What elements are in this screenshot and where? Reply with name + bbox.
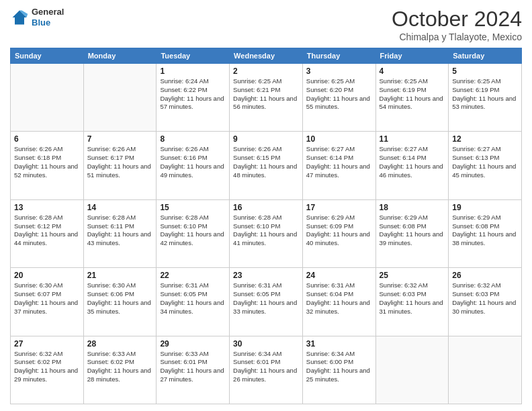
calendar-day-cell: 28Sunrise: 6:33 AM Sunset: 6:02 PM Dayli…: [83, 336, 157, 404]
day-number: 29: [160, 339, 226, 349]
calendar-day-cell: 18Sunrise: 6:29 AM Sunset: 6:08 PM Dayli…: [375, 199, 449, 267]
calendar-day-cell: 5Sunrise: 6:25 AM Sunset: 6:19 PM Daylig…: [449, 64, 522, 132]
title-block: October 2024 Chimalpa y Tlalayote, Mexic…: [392, 7, 522, 42]
calendar-day-cell: 21Sunrise: 6:30 AM Sunset: 6:06 PM Dayli…: [83, 268, 157, 336]
day-info: Sunrise: 6:27 AM Sunset: 6:14 PM Dayligh…: [380, 145, 445, 179]
day-info: Sunrise: 6:33 AM Sunset: 6:02 PM Dayligh…: [87, 350, 153, 384]
day-number: 25: [380, 271, 445, 280]
day-info: Sunrise: 6:28 AM Sunset: 6:12 PM Dayligh…: [14, 214, 80, 248]
day-number: 4: [380, 66, 445, 76]
calendar-day-cell: 15Sunrise: 6:28 AM Sunset: 6:10 PM Dayli…: [157, 199, 230, 267]
calendar-day-cell: [11, 64, 84, 132]
calendar-day-cell: 25Sunrise: 6:32 AM Sunset: 6:03 PM Dayli…: [375, 268, 449, 336]
calendar-weekday-header: Tuesday: [157, 48, 230, 64]
calendar-day-cell: 16Sunrise: 6:28 AM Sunset: 6:10 PM Dayli…: [230, 199, 303, 267]
day-info: Sunrise: 6:34 AM Sunset: 6:01 PM Dayligh…: [233, 350, 299, 384]
calendar-day-cell: 7Sunrise: 6:26 AM Sunset: 6:17 PM Daylig…: [83, 132, 157, 199]
day-number: 1: [160, 66, 226, 76]
day-info: Sunrise: 6:27 AM Sunset: 6:14 PM Dayligh…: [306, 145, 372, 179]
day-number: 9: [233, 134, 299, 144]
day-info: Sunrise: 6:26 AM Sunset: 6:17 PM Dayligh…: [87, 145, 153, 179]
day-info: Sunrise: 6:29 AM Sunset: 6:08 PM Dayligh…: [452, 214, 518, 248]
calendar-table: SundayMondayTuesdayWednesdayThursdayFrid…: [10, 48, 522, 404]
day-number: 11: [380, 134, 445, 144]
day-info: Sunrise: 6:26 AM Sunset: 6:16 PM Dayligh…: [160, 145, 226, 179]
logo-blue-text: Blue: [32, 17, 64, 28]
calendar-day-cell: 19Sunrise: 6:29 AM Sunset: 6:08 PM Dayli…: [449, 199, 522, 267]
logo-text: General Blue: [32, 7, 64, 28]
page: General Blue October 2024 Chimalpa y Tla…: [0, 0, 532, 411]
calendar-day-cell: 10Sunrise: 6:27 AM Sunset: 6:14 PM Dayli…: [302, 132, 375, 199]
calendar-day-cell: 17Sunrise: 6:29 AM Sunset: 6:09 PM Dayli…: [302, 199, 375, 267]
calendar-day-cell: 30Sunrise: 6:34 AM Sunset: 6:01 PM Dayli…: [230, 336, 303, 404]
day-number: 6: [14, 134, 80, 144]
calendar-day-cell: 26Sunrise: 6:32 AM Sunset: 6:03 PM Dayli…: [449, 268, 522, 336]
calendar-day-cell: [83, 64, 157, 132]
day-info: Sunrise: 6:31 AM Sunset: 6:05 PM Dayligh…: [160, 281, 226, 316]
day-number: 26: [452, 271, 518, 280]
calendar-day-cell: 9Sunrise: 6:26 AM Sunset: 6:15 PM Daylig…: [230, 132, 303, 199]
day-number: 5: [452, 66, 518, 76]
day-info: Sunrise: 6:25 AM Sunset: 6:19 PM Dayligh…: [452, 77, 518, 111]
day-info: Sunrise: 6:26 AM Sunset: 6:15 PM Dayligh…: [233, 145, 299, 179]
day-info: Sunrise: 6:32 AM Sunset: 6:02 PM Dayligh…: [14, 350, 80, 384]
calendar-body: 1Sunrise: 6:24 AM Sunset: 6:22 PM Daylig…: [11, 64, 522, 404]
day-info: Sunrise: 6:28 AM Sunset: 6:10 PM Dayligh…: [233, 214, 299, 248]
day-number: 21: [87, 271, 153, 280]
day-number: 14: [87, 203, 153, 212]
day-info: Sunrise: 6:26 AM Sunset: 6:18 PM Dayligh…: [14, 145, 80, 179]
calendar-weekday-header: Wednesday: [230, 48, 303, 64]
day-info: Sunrise: 6:25 AM Sunset: 6:20 PM Dayligh…: [306, 77, 372, 111]
day-number: 16: [233, 203, 299, 212]
calendar-day-cell: 24Sunrise: 6:31 AM Sunset: 6:04 PM Dayli…: [302, 268, 375, 336]
day-number: 13: [14, 203, 80, 212]
calendar-week-row: 20Sunrise: 6:30 AM Sunset: 6:07 PM Dayli…: [11, 268, 522, 336]
day-number: 3: [306, 66, 372, 76]
calendar-day-cell: 3Sunrise: 6:25 AM Sunset: 6:20 PM Daylig…: [302, 64, 375, 132]
calendar-weekday-header: Sunday: [11, 48, 84, 64]
day-number: 23: [233, 271, 299, 280]
calendar-day-cell: [449, 336, 522, 404]
calendar-week-row: 6Sunrise: 6:26 AM Sunset: 6:18 PM Daylig…: [11, 132, 522, 199]
day-number: 7: [87, 134, 153, 144]
calendar-day-cell: 12Sunrise: 6:27 AM Sunset: 6:13 PM Dayli…: [449, 132, 522, 199]
day-info: Sunrise: 6:25 AM Sunset: 6:21 PM Dayligh…: [233, 77, 299, 111]
day-number: 31: [306, 339, 372, 349]
day-info: Sunrise: 6:28 AM Sunset: 6:10 PM Dayligh…: [160, 214, 226, 248]
day-number: 20: [14, 271, 80, 280]
day-number: 2: [233, 66, 299, 76]
day-number: 22: [160, 271, 226, 280]
calendar-week-row: 13Sunrise: 6:28 AM Sunset: 6:12 PM Dayli…: [11, 199, 522, 267]
calendar-day-cell: 8Sunrise: 6:26 AM Sunset: 6:16 PM Daylig…: [157, 132, 230, 199]
day-info: Sunrise: 6:31 AM Sunset: 6:05 PM Dayligh…: [233, 281, 299, 316]
calendar-weekday-header: Friday: [375, 48, 449, 64]
calendar-day-cell: [375, 336, 449, 404]
calendar-week-row: 27Sunrise: 6:32 AM Sunset: 6:02 PM Dayli…: [11, 336, 522, 404]
day-info: Sunrise: 6:24 AM Sunset: 6:22 PM Dayligh…: [160, 77, 226, 111]
day-info: Sunrise: 6:25 AM Sunset: 6:19 PM Dayligh…: [380, 77, 445, 111]
day-info: Sunrise: 6:30 AM Sunset: 6:06 PM Dayligh…: [87, 281, 153, 316]
calendar-weekday-header: Saturday: [449, 48, 522, 64]
calendar-day-cell: 14Sunrise: 6:28 AM Sunset: 6:11 PM Dayli…: [83, 199, 157, 267]
day-info: Sunrise: 6:29 AM Sunset: 6:08 PM Dayligh…: [380, 214, 445, 248]
day-number: 10: [306, 134, 372, 144]
day-info: Sunrise: 6:30 AM Sunset: 6:07 PM Dayligh…: [14, 281, 80, 316]
day-info: Sunrise: 6:28 AM Sunset: 6:11 PM Dayligh…: [87, 214, 153, 248]
logo-icon: [10, 8, 29, 27]
calendar-day-cell: 31Sunrise: 6:34 AM Sunset: 6:00 PM Dayli…: [302, 336, 375, 404]
day-info: Sunrise: 6:31 AM Sunset: 6:04 PM Dayligh…: [306, 281, 372, 316]
day-info: Sunrise: 6:32 AM Sunset: 6:03 PM Dayligh…: [452, 281, 518, 316]
day-info: Sunrise: 6:29 AM Sunset: 6:09 PM Dayligh…: [306, 214, 372, 248]
header: General Blue October 2024 Chimalpa y Tla…: [10, 7, 522, 42]
day-number: 28: [87, 339, 153, 349]
location-subtitle: Chimalpa y Tlalayote, Mexico: [392, 32, 522, 42]
day-number: 27: [14, 339, 80, 349]
calendar-day-cell: 1Sunrise: 6:24 AM Sunset: 6:22 PM Daylig…: [157, 64, 230, 132]
day-info: Sunrise: 6:32 AM Sunset: 6:03 PM Dayligh…: [380, 281, 445, 316]
day-info: Sunrise: 6:33 AM Sunset: 6:01 PM Dayligh…: [160, 350, 226, 384]
day-number: 30: [233, 339, 299, 349]
calendar-day-cell: 29Sunrise: 6:33 AM Sunset: 6:01 PM Dayli…: [157, 336, 230, 404]
day-info: Sunrise: 6:34 AM Sunset: 6:00 PM Dayligh…: [306, 350, 372, 384]
logo-general-text: General: [32, 7, 64, 17]
calendar-day-cell: 6Sunrise: 6:26 AM Sunset: 6:18 PM Daylig…: [11, 132, 84, 199]
